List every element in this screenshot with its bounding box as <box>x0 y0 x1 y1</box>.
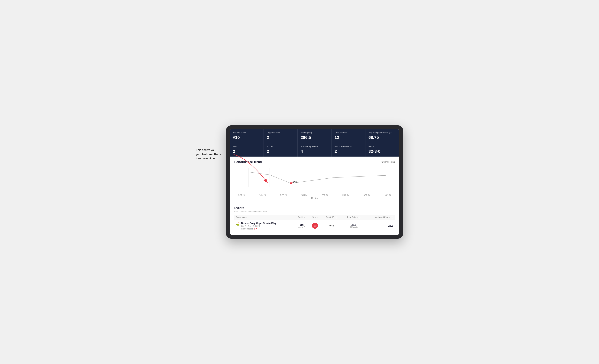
col-score: Score <box>309 215 321 220</box>
stat-regional-rank: Regional Rank 2 <box>264 129 298 143</box>
performance-section: Performance Trend National Rank <box>230 157 399 203</box>
score-badge: -22 <box>312 223 318 229</box>
events-table: Event Name Position Score Event SG i Tot… <box>234 215 395 232</box>
tablet-screen: National Rank #10 Regional Rank 2 Scorin… <box>230 129 399 235</box>
event-name: Buster Cozy Cup - Stroke Play <box>241 222 276 225</box>
stat-top3s: Top 3s 2 <box>264 143 298 156</box>
info-icon: i <box>389 132 391 134</box>
event-name-cell: ⛳ Buster Cozy Cup - Stroke Play Oct 9 - … <box>234 220 294 232</box>
performance-title: Performance Trend <box>234 160 262 164</box>
table-header-row: Event Name Position Score Event SG i Tot… <box>234 215 395 220</box>
col-event-name: Event Name <box>234 215 294 220</box>
event-score-cell: -22 <box>309 220 321 232</box>
stat-national-rank: National Rank #10 <box>230 129 264 143</box>
event-date: Oct 9 - Oct 10, 2023 <box>241 225 276 227</box>
total-points-cell: 28.3 3 Rounds <box>342 220 365 232</box>
table-row: ⛳ Buster Cozy Cup - Stroke Play Oct 9 - … <box>234 220 395 232</box>
event-sg-cell: 0.45 <box>321 220 342 232</box>
tablet-frame: National Rank #10 Regional Rank 2 Scorin… <box>226 125 403 239</box>
chart-rank-label: #10 <box>293 181 297 184</box>
events-title: Events <box>234 206 395 210</box>
col-total-points: Total Points i <box>342 215 365 220</box>
events-section: Events Last updated: 24th November 2023 … <box>230 203 399 235</box>
event-position-cell: 6th out of 7 <box>294 220 309 232</box>
stat-total-rounds: Total Rounds 12 <box>332 129 365 143</box>
stats-row-1: National Rank #10 Regional Rank 2 Scorin… <box>230 129 399 143</box>
performance-header: Performance Trend National Rank <box>234 160 395 164</box>
rank-impact: Rank Impact: 3 <box>241 228 276 230</box>
chart-area: #10 <box>234 166 395 193</box>
performance-rank-label: National Rank <box>381 161 395 163</box>
weighted-points-info-icon: i <box>391 216 393 219</box>
page-wrapper: This shows you your National Rank trend … <box>196 125 403 239</box>
stat-wins: Wins 2 <box>230 143 264 156</box>
months-label: Months <box>234 197 395 199</box>
col-position: Position <box>294 215 309 220</box>
stat-stroke-play-events: Stroke Play Events 4 <box>298 143 332 156</box>
weighted-points-cell: 28.3 <box>365 220 395 232</box>
x-axis-labels: OCT 23 NOV 23 DEC 23 JAN 24 FEB 24 MAR 2… <box>234 194 395 196</box>
stat-avg-weighted-points: Avg. Weighted Points i 68.75 <box>365 129 399 143</box>
total-points-info-icon: i <box>359 216 361 219</box>
annotation-text: This shows you your National Rank trend … <box>196 148 234 161</box>
svg-point-9 <box>291 182 292 183</box>
event-sg-info-icon: i <box>335 216 338 219</box>
chevron-down-icon <box>256 228 257 229</box>
events-last-updated: Last updated: 24th November 2023 <box>234 211 395 213</box>
stat-scoring-avg: Scoring Avg. 286.5 <box>298 129 332 143</box>
stat-record: Record 32-8-0 <box>365 143 399 156</box>
col-event-sg: Event SG i <box>321 215 342 220</box>
stats-row-2: Wins 2 Top 3s 2 Stroke Play Events 4 Mat… <box>230 143 399 156</box>
golf-icon: ⛳ <box>236 222 240 226</box>
events-header: Events <box>234 206 395 210</box>
col-weighted-points: Weighted Points i <box>365 215 395 220</box>
stat-match-play-events: Match Play Events 2 <box>332 143 365 156</box>
performance-chart: #10 <box>234 166 395 193</box>
